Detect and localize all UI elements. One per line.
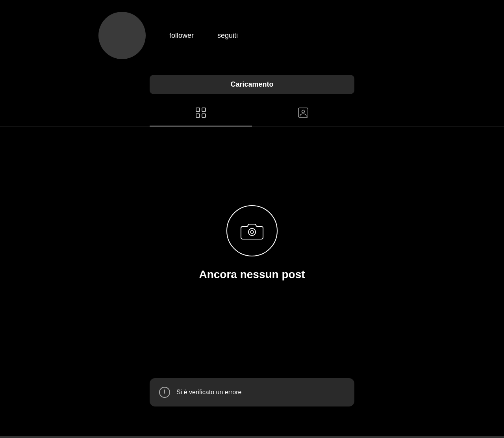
svg-rect-0 [196,108,200,111]
loading-button[interactable]: Caricamento [150,75,354,94]
action-button-container: Caricamento [150,75,354,94]
svg-rect-2 [196,114,200,117]
tab-tagged[interactable] [252,102,354,126]
error-icon: ! [159,387,170,398]
camera-icon [240,219,264,243]
stats-row: follower seguiti [169,32,238,40]
error-toast: ! Si è verificato un errore [150,378,354,406]
svg-rect-3 [202,114,206,117]
svg-point-7 [250,230,254,234]
profile-header: follower seguiti [0,4,504,67]
avatar [98,12,146,59]
person-square-icon [298,108,308,121]
camera-icon-circle [226,205,278,256]
svg-point-5 [302,110,305,113]
tabs-container [0,102,504,126]
seguiti-label: seguiti [217,32,238,40]
seguiti-stat[interactable]: seguiti [217,32,238,40]
grid-icon [196,108,206,121]
follower-label: follower [169,32,194,40]
bottom-bar [0,436,504,438]
svg-rect-1 [202,108,206,111]
follower-stat[interactable]: follower [169,32,194,40]
tab-grid[interactable] [150,102,252,126]
error-message: Si è verificato un errore [176,389,241,396]
svg-point-6 [248,228,256,236]
empty-state-title: Ancora nessun post [199,268,305,281]
empty-state: Ancora nessun post [0,205,504,281]
